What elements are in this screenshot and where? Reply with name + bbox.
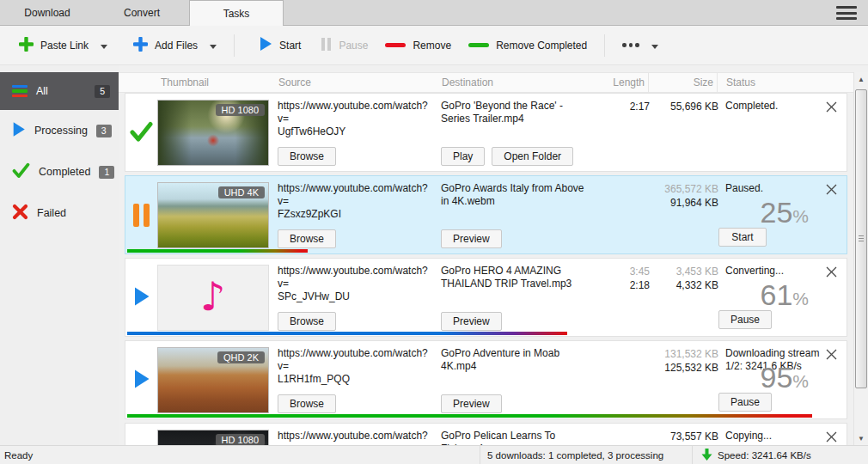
destination-filename: GoPro HERO 4 AMAZING THAILAND TRIP Trave… (441, 265, 590, 290)
resolution-badge: HD 1080 (216, 104, 265, 116)
video-thumbnail: ♪ (157, 265, 269, 331)
size-cell: 3,453 KB 4,332 KB (650, 265, 718, 331)
source-url: https://www.youtube.com/watch?v=zwI0szQW… (278, 430, 429, 445)
size-total: 131,532 KB (650, 347, 718, 361)
sidebar-item-failed[interactable]: Failed (0, 192, 119, 234)
resolution-badge: UHD 4K (218, 186, 265, 198)
size-cell: 73,557 KB (650, 430, 718, 445)
tab-convert[interactable]: Convert (95, 0, 189, 25)
header-size[interactable]: Size (649, 73, 718, 92)
sidebar-item-all[interactable]: All5 (0, 72, 119, 110)
statusbar-speed: Speed: 3241.64 KB/s (692, 446, 868, 464)
open-folder-button[interactable]: Open Folder (492, 147, 573, 166)
size-cell: 365,572 KB 91,964 KB (650, 182, 718, 248)
tab-download[interactable]: Download (0, 0, 95, 25)
progress-bar (127, 332, 567, 335)
start-label: Start (279, 40, 301, 52)
pause-label: Pause (339, 40, 368, 52)
table-header: Thumbnail Source Destination Length Size… (119, 72, 853, 93)
row-action-button[interactable]: Pause (718, 310, 772, 329)
length-cell (602, 182, 650, 248)
toolbar-separator (604, 34, 605, 57)
close-icon[interactable] (825, 266, 838, 278)
row-action-button[interactable]: Pause (718, 393, 772, 412)
music-note-icon: ♪ (200, 272, 225, 319)
red-cross-icon (12, 204, 28, 223)
statusbar-downloads-summary: 5 downloads: 1 completed, 3 processing (480, 446, 692, 464)
task-row[interactable]: UHD 4K https://www.youtube.com/watch?v=F… (125, 175, 847, 254)
size-current: 125,532 KB (650, 361, 718, 375)
paste-link-button[interactable]: Paste Link (12, 31, 114, 60)
header-thumbnail[interactable]: Thumbnail (159, 76, 277, 89)
preview-button[interactable]: Preview (441, 229, 502, 248)
size-current: 55,696 KB (650, 100, 718, 113)
toolbar-separator (234, 34, 235, 57)
toolbar: Paste Link Add Files Start Pause Remove … (0, 26, 868, 65)
size-current: 73,557 KB (650, 430, 718, 443)
scroll-up-icon[interactable]: ▲ (854, 72, 868, 86)
sidebar-item-completed[interactable]: Completed1 (0, 151, 119, 192)
remove-button[interactable]: Remove (378, 34, 458, 58)
task-row[interactable]: HD 1080 https://www.youtube.com/watch?v=… (125, 423, 847, 445)
task-row[interactable]: QHD 2K https://www.youtube.com/watch?v=L… (125, 340, 847, 419)
browse-button[interactable]: Browse (278, 147, 336, 166)
close-icon[interactable] (825, 183, 838, 196)
filter-all-icon (12, 82, 28, 99)
browse-button[interactable]: Browse (278, 229, 336, 248)
count-badge: 1 (99, 166, 114, 179)
destination-filename: GoPro Awards Italy from Above in 4K.webm (441, 182, 590, 208)
more-options-button[interactable] (615, 34, 665, 58)
sidebar-item-label: All (36, 85, 48, 97)
row-action-button[interactable]: Start (718, 228, 767, 247)
sidebar-filters: All5Processing3Completed1Failed (0, 65, 119, 445)
video-thumbnail: HD 1080 (157, 100, 269, 166)
header-destination[interactable]: Destination (440, 76, 602, 89)
header-source[interactable]: Source (277, 76, 440, 89)
count-badge: 3 (96, 125, 112, 137)
green-check-icon (12, 162, 30, 181)
chevron-down-icon (210, 40, 217, 52)
speed-label: Speed: 3241.64 KB/s (718, 450, 811, 461)
menu-icon[interactable] (836, 6, 857, 20)
add-files-button[interactable]: Add Files (126, 31, 223, 60)
video-thumbnail: HD 1080 (157, 430, 269, 445)
length-cell: 3:45 2:18 (602, 265, 650, 331)
source-url: https://www.youtube.com/watch?v=SPc_JVHw… (278, 265, 429, 303)
task-row[interactable]: ♪ https://www.youtube.com/watch?v=SPc_JV… (125, 258, 847, 337)
sidebar-item-label: Failed (37, 207, 66, 219)
sidebar-item-label: Processing (34, 125, 88, 137)
pause-button[interactable]: Pause (313, 32, 375, 59)
remove-label: Remove (413, 40, 451, 52)
size-current: 4,332 KB (650, 278, 718, 292)
close-icon[interactable] (825, 101, 838, 113)
progress-percent: 25% (760, 195, 809, 234)
statusbar-ready: Ready (0, 450, 480, 461)
remove-completed-button[interactable]: Remove Completed (462, 34, 594, 58)
video-thumbnail: QHD 2K (157, 347, 269, 413)
preview-button[interactable]: Preview (441, 312, 502, 331)
remove-completed-dash-icon (468, 43, 489, 47)
close-icon[interactable] (825, 348, 838, 361)
scroll-down-icon[interactable]: ▼ (854, 431, 868, 445)
scrollbar-thumb[interactable] (855, 89, 867, 388)
close-icon[interactable] (825, 430, 838, 443)
plus-blue-icon (133, 37, 148, 54)
orange-pause-icon (133, 204, 150, 227)
tab-bar: Download Convert Tasks (0, 0, 868, 26)
start-button[interactable]: Start (252, 30, 308, 60)
browse-button[interactable]: Browse (278, 394, 336, 413)
vertical-scrollbar[interactable]: ▲ ▼ (853, 72, 868, 445)
header-length[interactable]: Length (602, 73, 649, 92)
size-total: 365,572 KB (650, 182, 718, 196)
play-button[interactable]: Play (441, 147, 485, 166)
browse-button[interactable]: Browse (278, 312, 336, 331)
status-bar: Ready 5 downloads: 1 completed, 3 proces… (0, 445, 868, 464)
ellipsis-icon (622, 43, 639, 47)
tab-tasks[interactable]: Tasks (189, 0, 284, 26)
resolution-badge: HD 1080 (216, 434, 265, 445)
task-list: HD 1080 https://www.youtube.com/watch?v=… (125, 93, 847, 445)
preview-button[interactable]: Preview (441, 394, 502, 413)
task-row[interactable]: HD 1080 https://www.youtube.com/watch?v=… (125, 93, 847, 172)
sidebar-item-processing[interactable]: Processing3 (0, 110, 119, 151)
header-status[interactable]: Status (718, 76, 853, 89)
